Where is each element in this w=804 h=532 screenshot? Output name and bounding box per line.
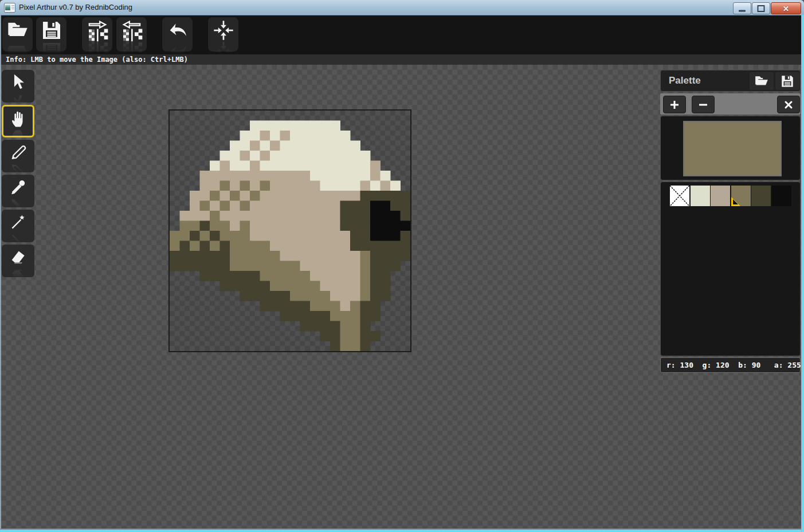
- palette-toolbar: [660, 93, 801, 115]
- shift-image-right-button[interactable]: [82, 17, 112, 52]
- main-toolbar: [1, 15, 802, 54]
- floppy-disk-icon: [40, 19, 63, 42]
- open-button[interactable]: [2, 17, 33, 52]
- center-arrows-icon: [212, 19, 235, 42]
- save-button[interactable]: [36, 17, 66, 52]
- tool-select[interactable]: [2, 70, 34, 103]
- window-title: Pixel Arthur v0.7 by RednibCoding: [19, 3, 132, 11]
- pixel-canvas[interactable]: [170, 111, 410, 351]
- shift-image-left-button[interactable]: [116, 17, 147, 52]
- titlebar[interactable]: Pixel Arthur v0.7 by RednibCoding ✕: [0, 0, 804, 15]
- current-color-swatch: [683, 121, 782, 176]
- folder-open-icon: [6, 19, 29, 42]
- workspace[interactable]: Palette: [1, 65, 801, 529]
- eyedropper-icon: [9, 178, 28, 197]
- center-image-button[interactable]: [208, 17, 238, 52]
- magic-wand-icon: [9, 212, 28, 232]
- save-palette-button[interactable]: [775, 72, 799, 90]
- add-color-button[interactable]: [663, 96, 686, 113]
- tool-magic-wand[interactable]: [2, 210, 34, 242]
- palette-swatch[interactable]: [751, 186, 771, 206]
- palette-title: Palette: [669, 75, 701, 86]
- rgb-readout: r: 130 g: 120 b: 90 a: 255: [660, 357, 801, 373]
- cursor-icon: [9, 73, 28, 92]
- tool-pencil[interactable]: [2, 140, 34, 172]
- minimize-icon: [739, 10, 746, 11]
- maximize-button[interactable]: [752, 2, 770, 14]
- window-border-right: [802, 15, 804, 532]
- close-button[interactable]: ✕: [771, 2, 801, 14]
- app-icon-thumbnail: [5, 5, 10, 10]
- palette-panel: Palette: [660, 70, 802, 373]
- close-icon: ✕: [783, 4, 789, 13]
- palette-swatch[interactable]: [731, 186, 751, 206]
- pencil-icon: [9, 143, 28, 162]
- load-palette-button[interactable]: [750, 72, 774, 90]
- shift-right-icon: [86, 19, 109, 42]
- hand-icon: [9, 109, 28, 129]
- minus-icon: [698, 100, 708, 110]
- app-icon: [4, 3, 15, 13]
- palette-swatch[interactable]: [711, 186, 730, 206]
- canvas-frame: [168, 109, 411, 352]
- app-window: Pixel Arthur v0.7 by RednibCoding ✕: [0, 0, 804, 532]
- palette-swatch[interactable]: [691, 186, 710, 206]
- swatch-transparent[interactable]: [670, 186, 689, 206]
- floppy-disk-icon: [780, 74, 795, 89]
- eraser-icon: [9, 247, 28, 267]
- window-border-left: [0, 15, 1, 532]
- palette-header: Palette: [660, 70, 801, 92]
- clear-palette-button[interactable]: [777, 96, 800, 113]
- window-border-bottom: [0, 530, 804, 532]
- selected-swatch-marker-inner: [733, 199, 738, 204]
- undo-arrow-icon: [166, 19, 189, 42]
- tool-eraser[interactable]: [2, 245, 34, 277]
- palette-swatches-section: [660, 182, 801, 356]
- undo-button[interactable]: [162, 17, 193, 52]
- shift-left-icon: [120, 19, 143, 42]
- info-text: Info: LMB to move the Image (also: Ctrl+…: [6, 56, 188, 64]
- remove-color-button[interactable]: [692, 96, 715, 113]
- minimize-button[interactable]: [733, 2, 751, 14]
- info-bar: Info: LMB to move the Image (also: Ctrl+…: [1, 54, 802, 65]
- tool-pan[interactable]: [2, 105, 34, 137]
- tool-color-picker[interactable]: [2, 175, 34, 207]
- maximize-icon: [758, 5, 765, 12]
- transparent-x-icon: [670, 186, 689, 206]
- plus-icon: [669, 100, 680, 110]
- x-icon: [783, 100, 794, 110]
- current-color-section: [660, 116, 801, 180]
- palette-swatch[interactable]: [772, 186, 791, 206]
- app-icon-lines: [11, 5, 14, 10]
- folder-open-icon: [754, 74, 769, 89]
- rgb-values-text: r: 130 g: 120 b: 90 a: 255: [666, 361, 801, 369]
